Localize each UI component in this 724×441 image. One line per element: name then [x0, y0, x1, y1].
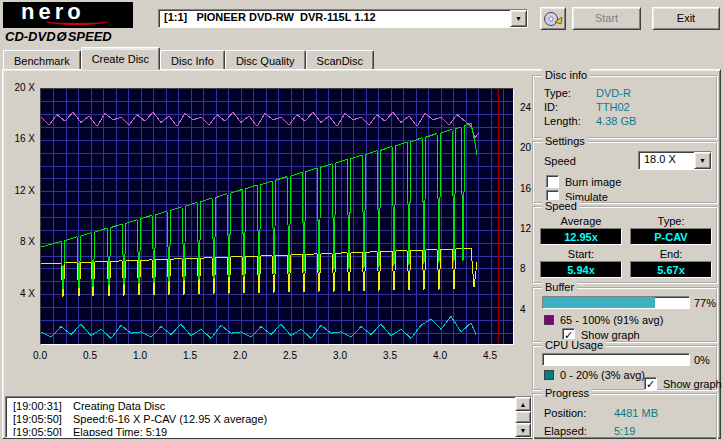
write-type-readout: P-CAV — [630, 228, 712, 245]
x-axis-label: 1.0 — [128, 350, 152, 361]
tab-disc-info[interactable]: Disc Info — [160, 50, 225, 70]
progress-title: Progress — [542, 387, 592, 399]
nero-logo: nero — [3, 2, 133, 28]
disc-length-label: Length: — [544, 115, 581, 127]
right-axis-label: 8 — [520, 263, 526, 274]
cpu-bar — [542, 353, 690, 366]
drive-selector-dropdown-arrow-icon[interactable]: ▼ — [510, 10, 527, 27]
settings-group: Settings Speed 18.0 X ▼ Burn image Simul… — [532, 141, 718, 204]
x-axis-label: 3.0 — [328, 350, 352, 361]
tab-scandisc[interactable]: ScanDisc — [306, 50, 374, 70]
log-line: [19:05:50]Elapsed Time: 5:19 — [13, 426, 514, 436]
tab-page-create-disc: 4 X8 X12 X16 X20 X48121620240.00.51.01.5… — [2, 69, 721, 439]
scrollbar-thumb[interactable] — [515, 411, 531, 423]
cpu-percent: 0% — [694, 354, 710, 366]
x-axis-label: 4.5 — [478, 350, 502, 361]
log-box: [19:00:31]Creating Data Disc[19:05:50]Sp… — [5, 396, 532, 438]
tab-create-disc[interactable]: Create Disc — [81, 47, 160, 70]
cpu-usage-title: CPU Usage — [542, 339, 606, 351]
speed-label: Speed — [544, 155, 576, 167]
exit-button-label: Exit — [677, 12, 695, 24]
disc-id-value: TTH02 — [596, 101, 630, 113]
speed-select-dropdown-arrow-icon[interactable]: ▼ — [694, 152, 711, 169]
left-axis-label: 4 X — [8, 288, 35, 299]
elapsed-label: Elapsed: — [544, 425, 587, 437]
app-title: CD-DVDØSPEED — [5, 29, 112, 44]
chart-plot — [40, 88, 514, 345]
log-message: Speed:6-16 X P-CAV (12.95 X average) — [73, 413, 267, 425]
x-axis-label: 3.5 — [378, 350, 402, 361]
log-line: [19:00:31]Creating Data Disc — [13, 400, 514, 413]
buffer-group: Buffer 77% 65 - 100% (91% avg) ✓ Show gr… — [532, 287, 718, 343]
log-message: Elapsed Time: 5:19 — [73, 426, 167, 436]
tab-benchmark[interactable]: Benchmark — [3, 50, 81, 70]
exit-button[interactable]: Exit — [652, 7, 720, 30]
buffer-bar — [542, 296, 690, 309]
left-axis-label: 20 X — [8, 82, 35, 93]
position-value: 4481 MB — [614, 407, 658, 419]
log-timestamp: [19:00:31] — [13, 400, 73, 413]
x-axis-label: 1.5 — [178, 350, 202, 361]
type-label: Type: — [630, 215, 712, 227]
position-label: Position: — [544, 407, 586, 419]
left-axis-label: 16 X — [8, 133, 35, 144]
speed-select[interactable]: 18.0 X ▼ — [638, 151, 712, 170]
start-speed-label: Start: — [540, 248, 622, 260]
average-speed-readout: 12.95x — [540, 228, 622, 245]
progress-group: Progress Position: 4481 MB Elapsed: 5:19 — [532, 393, 718, 441]
scroll-down-button[interactable]: ▼ — [515, 423, 531, 437]
speed-group-title: Speed — [542, 200, 580, 212]
drive-selector[interactable]: [1:1] PIONEER DVD-RW DVR-115L 1.12 ▼ — [158, 9, 528, 28]
speed-group: Speed Average Type: 12.95x P-CAV Start: … — [532, 206, 718, 284]
speed-chart: 4 X8 X12 X16 X20 X48121620240.00.51.01.5… — [8, 88, 532, 372]
log-list: [19:00:31]Creating Data Disc[19:05:50]Sp… — [7, 398, 514, 436]
elapsed-value: 5:19 — [614, 425, 635, 437]
start-speed-readout: 5.94x — [540, 261, 622, 278]
buffer-bar-fill — [543, 297, 655, 308]
buffer-color-swatch — [544, 315, 554, 325]
end-speed-readout: 5.67x — [630, 261, 712, 278]
left-axis-label: 8 X — [8, 236, 35, 247]
burn-image-checkbox[interactable] — [546, 175, 559, 188]
tab-disc-quality[interactable]: Disc Quality — [225, 50, 306, 70]
start-button-label: Start — [595, 12, 618, 24]
cpu-show-graph-checkbox[interactable]: ✓ — [644, 377, 657, 390]
log-message: Creating Data Disc — [73, 400, 165, 412]
tab-bar: BenchmarkCreate DiscDisc InfoDisc Qualit… — [3, 47, 374, 70]
cpu-color-swatch — [544, 370, 554, 380]
start-button[interactable]: Start — [572, 7, 641, 30]
settings-title: Settings — [542, 135, 588, 147]
right-axis-label: 12 — [520, 223, 531, 234]
right-axis-label: 16 — [520, 183, 531, 194]
log-timestamp: [19:05:50] — [13, 413, 73, 426]
buffer-title: Buffer — [542, 281, 577, 293]
speed-glyph: Ø — [56, 29, 68, 44]
scroll-up-button[interactable]: ▲ — [515, 397, 531, 411]
x-axis-label: 2.0 — [228, 350, 252, 361]
disc-id-label: ID: — [544, 101, 558, 113]
buffer-range: 65 - 100% (91% avg) — [560, 314, 663, 326]
disc-length-value: 4.38 GB — [596, 115, 636, 127]
disc-hand-icon — [543, 11, 563, 27]
cpu-range: 0 - 20% (3% avg) — [560, 369, 645, 381]
disc-type-value: DVD-R — [596, 87, 631, 99]
x-axis-label: 2.5 — [278, 350, 302, 361]
disc-info-group: Disc info Type: DVD-R ID: TTH02 Length: … — [532, 75, 718, 139]
x-axis-label: 0.5 — [78, 350, 102, 361]
drive-selector-value: [1:1] PIONEER DVD-RW DVR-115L 1.12 — [164, 11, 376, 23]
log-scrollbar[interactable]: ▲ ▼ — [515, 397, 531, 437]
right-axis-label: 4 — [520, 304, 526, 315]
average-label: Average — [540, 215, 622, 227]
left-axis-label: 12 X — [8, 185, 35, 196]
nero-logo-swoosh — [45, 17, 109, 25]
cpu-usage-group: CPU Usage 0% 0 - 20% (3% avg) ✓ Show gra… — [532, 345, 718, 391]
disc-tool-button[interactable] — [540, 7, 566, 30]
cpu-show-graph-label: Show graph — [663, 378, 722, 390]
end-speed-label: End: — [630, 248, 712, 260]
app-title-right: SPEED — [68, 29, 112, 44]
right-axis-label: 24 — [520, 102, 531, 113]
x-axis-label: 0.0 — [28, 350, 52, 361]
disc-type-label: Type: — [544, 87, 571, 99]
right-axis-label: 20 — [520, 142, 531, 153]
speed-select-value: 18.0 X — [644, 153, 676, 165]
